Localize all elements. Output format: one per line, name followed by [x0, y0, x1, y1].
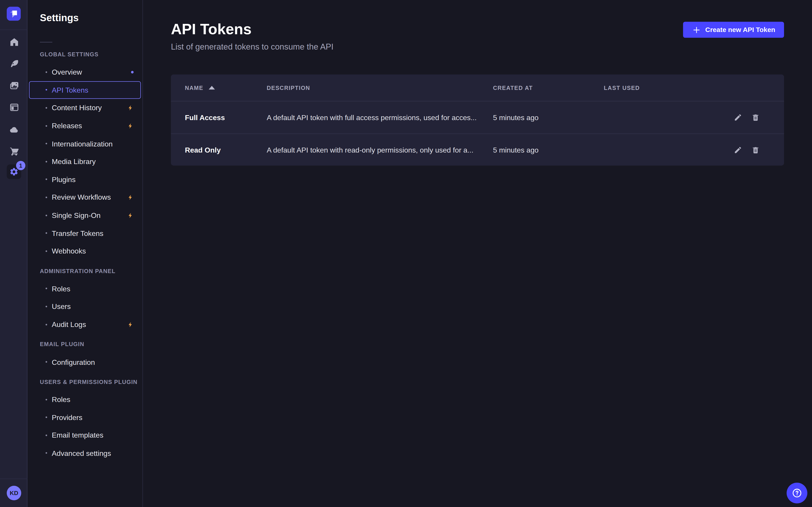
page-title: API Tokens: [171, 21, 334, 38]
bullet-icon: [46, 161, 47, 162]
subnav-item-single-sign-on[interactable]: Single Sign-On: [29, 206, 141, 224]
nav-deploy-button[interactable]: [4, 119, 24, 140]
subnav-item-email-templates[interactable]: Email templates: [29, 426, 141, 444]
global-settings-list: Overview API Tokens Content History Rele…: [28, 63, 143, 260]
user-avatar[interactable]: KD: [7, 486, 21, 500]
subnav-item-releases[interactable]: Releases: [29, 117, 141, 134]
edit-token-button[interactable]: [734, 146, 742, 154]
column-header-name[interactable]: NAME: [185, 84, 203, 91]
nav-settings-button[interactable]: 1: [7, 165, 21, 179]
shopping-cart-icon: [9, 146, 19, 156]
bullet-icon: [46, 324, 47, 325]
strapi-admin-app: 1 KD Settings GLOBAL SETTINGS Overview A…: [0, 0, 812, 507]
bullet-icon: [46, 71, 47, 73]
feather-pen-icon: [9, 58, 19, 69]
subnav-item-review-workflows[interactable]: Review Workflows: [29, 188, 141, 206]
bullet-icon: [46, 107, 47, 109]
edit-token-button[interactable]: [734, 113, 742, 122]
settings-notification-badge: 1: [16, 161, 25, 170]
bullet-icon: [46, 250, 47, 252]
users-permissions-list: Roles Providers Email templates Advanced…: [28, 391, 143, 462]
settings-subnav: Settings GLOBAL SETTINGS Overview API To…: [28, 0, 143, 507]
bullet-icon: [46, 435, 47, 436]
delete-token-button[interactable]: [751, 113, 760, 122]
subnav-item-admin-roles[interactable]: Roles: [29, 280, 141, 297]
trash-icon: [751, 113, 760, 122]
create-api-token-button[interactable]: Create new API Token: [683, 22, 784, 38]
token-created-at: 5 minutes ago: [493, 146, 604, 154]
subnav-title-divider: [40, 42, 52, 42]
section-label-global-settings: GLOBAL SETTINGS: [40, 51, 143, 58]
bullet-icon: [46, 196, 47, 198]
nav-marketplace-button[interactable]: [4, 140, 24, 161]
page-header: API Tokens List of generated tokens to c…: [171, 21, 784, 52]
bullet-icon: [46, 215, 47, 216]
subnav-item-media-library[interactable]: Media Library: [29, 153, 141, 170]
bullet-icon: [46, 361, 47, 363]
strapi-logo-button[interactable]: [7, 7, 21, 21]
help-button[interactable]: [787, 483, 808, 503]
bullet-icon: [46, 288, 47, 289]
api-tokens-page: API Tokens List of generated tokens to c…: [143, 0, 812, 507]
layout-builder-icon: [9, 102, 19, 112]
strapi-logo-icon: [7, 7, 21, 21]
sort-ascending-icon[interactable]: [208, 86, 215, 90]
subnav-item-audit-logs[interactable]: Audit Logs: [29, 316, 141, 333]
bullet-icon: [46, 232, 47, 234]
subnav-item-overview[interactable]: Overview: [29, 63, 141, 81]
column-header-created-at: CREATED AT: [493, 84, 604, 91]
delete-token-button[interactable]: [751, 146, 760, 154]
token-name: Full Access: [185, 113, 267, 122]
pencil-icon: [734, 113, 742, 122]
notification-dot-icon: [131, 71, 134, 73]
pencil-icon: [734, 146, 742, 154]
nav-content-manager-button[interactable]: [4, 53, 24, 74]
subnav-item-webhooks[interactable]: Webhooks: [29, 242, 141, 260]
subnav-item-email-configuration[interactable]: Configuration: [29, 353, 141, 371]
subnav-item-content-history[interactable]: Content History: [29, 99, 141, 117]
administration-panel-list: Roles Users Audit Logs: [28, 280, 143, 333]
column-header-last-used: LAST USED: [604, 84, 715, 91]
subnav-item-providers[interactable]: Providers: [29, 408, 141, 426]
bullet-icon: [46, 417, 47, 418]
table-header-row: NAME DESCRIPTION CREATED AT LAST USED: [171, 74, 784, 101]
bullet-icon: [46, 179, 47, 180]
rail-bottom-divider: [0, 478, 28, 479]
subnav-item-api-tokens[interactable]: API Tokens: [29, 81, 141, 99]
token-created-at: 5 minutes ago: [493, 113, 604, 122]
subnav-item-internationalization[interactable]: Internationalization: [29, 135, 141, 153]
subnav-item-plugins[interactable]: Plugins: [29, 171, 141, 188]
premium-lightning-icon: [128, 321, 134, 328]
bullet-icon: [46, 143, 47, 145]
subnav-item-advanced-settings[interactable]: Advanced settings: [29, 444, 141, 462]
bullet-icon: [46, 452, 47, 454]
table-row[interactable]: Full Access A default API token with ful…: [171, 101, 784, 133]
section-label-users-permissions-plugin: USERS & PERMISSIONS PLUGIN: [40, 378, 143, 385]
nav-content-type-builder-button[interactable]: [4, 97, 24, 117]
table-row[interactable]: Read Only A default API token with read-…: [171, 133, 784, 165]
premium-lightning-icon: [128, 211, 134, 219]
bullet-icon: [46, 306, 47, 307]
plus-icon: [692, 25, 701, 34]
home-icon: [9, 37, 19, 47]
subnav-title: Settings: [40, 12, 143, 24]
nav-media-library-button[interactable]: [4, 75, 24, 96]
subnav-item-up-roles[interactable]: Roles: [29, 391, 141, 408]
token-name: Read Only: [185, 146, 267, 154]
premium-lightning-icon: [128, 193, 134, 201]
page-subtitle: List of generated tokens to consume the …: [171, 42, 334, 52]
token-description: A default API token with full access per…: [267, 113, 493, 122]
subnav-item-transfer-tokens[interactable]: Transfer Tokens: [29, 224, 141, 242]
premium-lightning-icon: [128, 104, 134, 112]
column-header-description: DESCRIPTION: [267, 84, 493, 91]
cloud-icon: [9, 124, 19, 135]
token-description: A default API token with read-only permi…: [267, 146, 493, 154]
subnav-item-admin-users[interactable]: Users: [29, 297, 141, 315]
bullet-icon: [46, 399, 47, 400]
main-nav-rail: 1 KD: [0, 0, 28, 507]
bullet-icon: [46, 125, 47, 127]
nav-home-button[interactable]: [4, 32, 24, 52]
media-library-icon: [9, 80, 19, 91]
section-label-email-plugin: EMAIL PLUGIN: [40, 340, 143, 348]
section-label-administration-panel: ADMINISTRATION PANEL: [40, 267, 143, 274]
